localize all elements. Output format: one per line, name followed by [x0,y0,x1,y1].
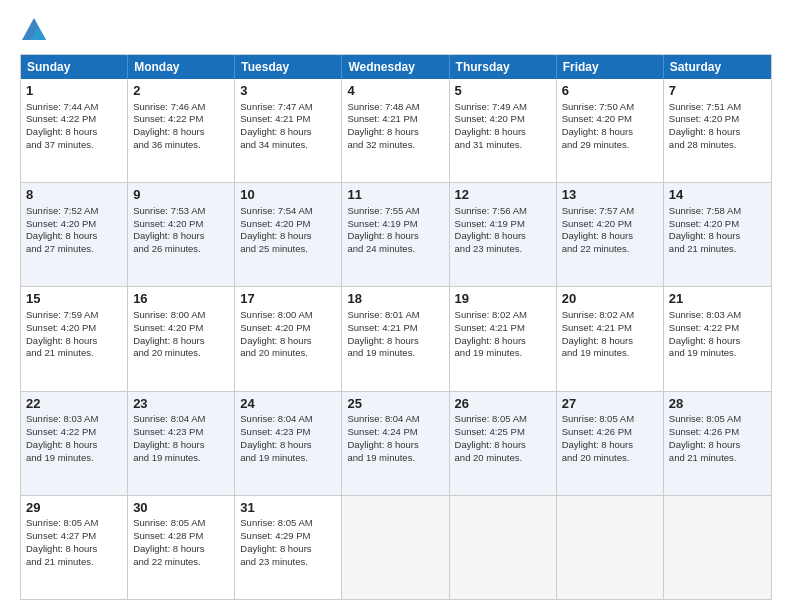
day-cell-16: 16Sunrise: 8:00 AMSunset: 4:20 PMDayligh… [128,287,235,390]
day-info-line: Daylight: 8 hours [240,126,336,139]
header-day-saturday: Saturday [664,55,771,79]
day-cell-30: 30Sunrise: 8:05 AMSunset: 4:28 PMDayligh… [128,496,235,599]
day-info-line: and 20 minutes. [240,347,336,360]
day-info-line: Daylight: 8 hours [347,439,443,452]
day-number: 18 [347,290,443,308]
day-number: 12 [455,186,551,204]
day-info-line: Sunset: 4:22 PM [133,113,229,126]
day-cell-28: 28Sunrise: 8:05 AMSunset: 4:26 PMDayligh… [664,392,771,495]
day-info-line: Sunset: 4:21 PM [455,322,551,335]
day-info-line: and 19 minutes. [240,452,336,465]
day-info-line: and 21 minutes. [669,452,766,465]
day-info-line: Daylight: 8 hours [562,230,658,243]
calendar-row-4: 22Sunrise: 8:03 AMSunset: 4:22 PMDayligh… [21,392,771,496]
calendar-row-3: 15Sunrise: 7:59 AMSunset: 4:20 PMDayligh… [21,287,771,391]
day-info-line: Daylight: 8 hours [455,230,551,243]
day-info-line: and 24 minutes. [347,243,443,256]
day-info-line: Daylight: 8 hours [240,335,336,348]
day-number: 31 [240,499,336,517]
day-info-line: Sunset: 4:21 PM [347,322,443,335]
day-cell-29: 29Sunrise: 8:05 AMSunset: 4:27 PMDayligh… [21,496,128,599]
calendar-body: 1Sunrise: 7:44 AMSunset: 4:22 PMDaylight… [21,79,771,599]
day-info-line: and 19 minutes. [26,452,122,465]
day-info-line: and 21 minutes. [26,347,122,360]
day-cell-21: 21Sunrise: 8:03 AMSunset: 4:22 PMDayligh… [664,287,771,390]
day-info-line: and 19 minutes. [347,347,443,360]
day-cell-27: 27Sunrise: 8:05 AMSunset: 4:26 PMDayligh… [557,392,664,495]
day-info-line: Sunrise: 8:03 AM [26,413,122,426]
day-info-line: and 37 minutes. [26,139,122,152]
day-info-line: Daylight: 8 hours [26,230,122,243]
day-info-line: Sunrise: 8:04 AM [240,413,336,426]
day-info-line: Daylight: 8 hours [133,335,229,348]
day-number: 25 [347,395,443,413]
day-info-line: Daylight: 8 hours [562,126,658,139]
day-info-line: Sunrise: 7:56 AM [455,205,551,218]
day-info-line: and 21 minutes. [669,243,766,256]
day-number: 15 [26,290,122,308]
day-info-line: Sunrise: 8:04 AM [347,413,443,426]
day-info-line: Daylight: 8 hours [669,439,766,452]
day-info-line: Sunset: 4:24 PM [347,426,443,439]
day-info-line: Daylight: 8 hours [562,439,658,452]
day-info-line: Sunset: 4:21 PM [562,322,658,335]
day-info-line: and 26 minutes. [133,243,229,256]
day-info-line: Sunset: 4:25 PM [455,426,551,439]
day-cell-4: 4Sunrise: 7:48 AMSunset: 4:21 PMDaylight… [342,79,449,182]
day-info-line: Daylight: 8 hours [133,230,229,243]
day-cell-19: 19Sunrise: 8:02 AMSunset: 4:21 PMDayligh… [450,287,557,390]
day-cell-22: 22Sunrise: 8:03 AMSunset: 4:22 PMDayligh… [21,392,128,495]
day-cell-24: 24Sunrise: 8:04 AMSunset: 4:23 PMDayligh… [235,392,342,495]
day-info-line: Daylight: 8 hours [562,335,658,348]
day-info-line: Daylight: 8 hours [240,543,336,556]
day-info-line: Sunset: 4:20 PM [669,113,766,126]
day-info-line: Sunset: 4:20 PM [26,218,122,231]
day-info-line: Sunrise: 8:05 AM [562,413,658,426]
day-info-line: and 22 minutes. [133,556,229,569]
day-number: 6 [562,82,658,100]
day-cell-3: 3Sunrise: 7:47 AMSunset: 4:21 PMDaylight… [235,79,342,182]
day-info-line: and 29 minutes. [562,139,658,152]
day-info-line: Sunset: 4:26 PM [562,426,658,439]
day-info-line: Sunset: 4:20 PM [26,322,122,335]
day-info-line: Sunset: 4:20 PM [240,322,336,335]
day-info-line: Sunrise: 7:58 AM [669,205,766,218]
day-info-line: and 19 minutes. [562,347,658,360]
day-info-line: Daylight: 8 hours [26,335,122,348]
day-info-line: Daylight: 8 hours [26,126,122,139]
day-info-line: Sunset: 4:22 PM [669,322,766,335]
day-cell-1: 1Sunrise: 7:44 AMSunset: 4:22 PMDaylight… [21,79,128,182]
day-cell-11: 11Sunrise: 7:55 AMSunset: 4:19 PMDayligh… [342,183,449,286]
day-info-line: and 31 minutes. [455,139,551,152]
day-info-line: Sunset: 4:21 PM [347,113,443,126]
day-info-line: and 19 minutes. [133,452,229,465]
day-cell-26: 26Sunrise: 8:05 AMSunset: 4:25 PMDayligh… [450,392,557,495]
day-number: 19 [455,290,551,308]
day-cell-13: 13Sunrise: 7:57 AMSunset: 4:20 PMDayligh… [557,183,664,286]
calendar-row-1: 1Sunrise: 7:44 AMSunset: 4:22 PMDaylight… [21,79,771,183]
day-info-line: Daylight: 8 hours [669,126,766,139]
day-number: 23 [133,395,229,413]
day-info-line: Daylight: 8 hours [455,335,551,348]
day-cell-8: 8Sunrise: 7:52 AMSunset: 4:20 PMDaylight… [21,183,128,286]
day-number: 13 [562,186,658,204]
day-number: 5 [455,82,551,100]
header-day-wednesday: Wednesday [342,55,449,79]
day-info-line: Daylight: 8 hours [26,439,122,452]
day-cell-9: 9Sunrise: 7:53 AMSunset: 4:20 PMDaylight… [128,183,235,286]
day-info-line: Sunrise: 8:05 AM [240,517,336,530]
day-info-line: Sunset: 4:28 PM [133,530,229,543]
day-info-line: Sunset: 4:22 PM [26,426,122,439]
day-info-line: Daylight: 8 hours [133,126,229,139]
header-day-monday: Monday [128,55,235,79]
calendar-header: SundayMondayTuesdayWednesdayThursdayFrid… [21,55,771,79]
day-number: 17 [240,290,336,308]
day-number: 16 [133,290,229,308]
day-info-line: Sunrise: 8:03 AM [669,309,766,322]
day-number: 10 [240,186,336,204]
logo [20,16,52,44]
day-info-line: Sunset: 4:26 PM [669,426,766,439]
calendar-row-2: 8Sunrise: 7:52 AMSunset: 4:20 PMDaylight… [21,183,771,287]
day-info-line: Sunset: 4:20 PM [240,218,336,231]
day-cell-25: 25Sunrise: 8:04 AMSunset: 4:24 PMDayligh… [342,392,449,495]
